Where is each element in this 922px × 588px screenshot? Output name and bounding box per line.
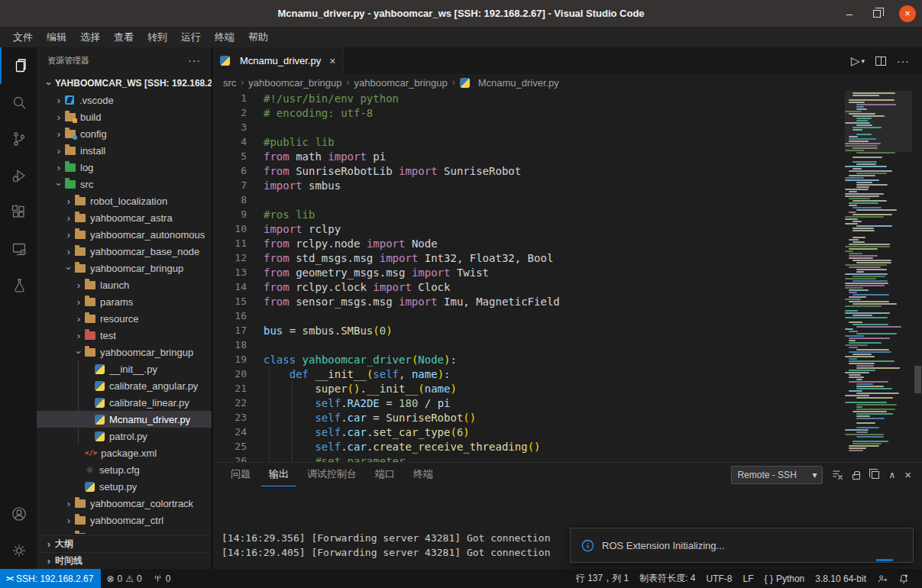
tree-item-src[interactable]: ›src [37, 176, 212, 192]
chevron-right-icon: › [53, 111, 65, 123]
tree-item-mcnamu-driver-py[interactable]: Mcnamu_driver.py [37, 411, 212, 428]
tree-item-label: robot_localization [90, 195, 167, 207]
panel-tab-item[interactable]: 问题 [223, 463, 258, 486]
folder-icon [75, 214, 86, 222]
tab-mcnamu-driver[interactable]: Mcnamu_driver.py × [212, 47, 344, 74]
breadcrumb-item-mcnamu-driver-py[interactable]: Mcnamu_driver.py [460, 77, 559, 89]
tree-item-setup-cfg[interactable]: setup.cfg [37, 461, 212, 478]
restore-icon[interactable] [873, 10, 881, 18]
tree-item-calibrate-angular-py[interactable]: calibrate_angular.py [37, 377, 212, 394]
remote-indicator[interactable]: >< SSH: 192.168.2.67 [0, 569, 101, 588]
activity-testing[interactable] [0, 267, 37, 304]
python-icon [95, 364, 105, 374]
status-eol[interactable]: LF [738, 569, 759, 588]
activity-run-debug[interactable] [0, 157, 37, 194]
panel-tab-item[interactable]: 调试控制台 [299, 463, 364, 486]
chevron-up-icon[interactable]: ∧ [888, 470, 895, 480]
breadcrumb-item-yahboomcar-bringup[interactable]: yahboomcar_bringup [248, 77, 341, 89]
activity-search[interactable] [0, 84, 37, 121]
close-icon[interactable]: × [904, 468, 911, 481]
chevron-down-icon: ▾ [812, 470, 817, 480]
tree-item-yahboomcar-base-node[interactable]: ›yahboomcar_base_node [37, 243, 212, 260]
menu-item-0[interactable]: 文件 [6, 27, 40, 47]
tree-item-vscode[interactable]: ›.vscode [37, 92, 212, 108]
tree-item-setup-py[interactable]: setup.py [37, 478, 212, 495]
tree-item-label: YAHBOOMCAR_WS [SSH: 192.168.2.67] [55, 78, 212, 89]
tree-item-install[interactable]: ›install [37, 142, 212, 159]
open-in-editor-icon[interactable] [872, 471, 879, 479]
tree-item-label: yahboomcar_astra [90, 212, 173, 224]
activity-explorer[interactable] [0, 47, 37, 84]
tree-item-package-xml[interactable]: </>package.xml [37, 444, 212, 461]
tree-item-test[interactable]: ›test [37, 327, 212, 344]
python-icon [220, 56, 230, 66]
status-encoding[interactable]: UTF-8 [701, 569, 738, 588]
menu-item-6[interactable]: 终端 [208, 27, 241, 47]
output-channel-select[interactable]: Remote - SSH▾ [731, 466, 823, 484]
panel-tab-item[interactable]: 端口 [367, 463, 403, 486]
activity-extensions[interactable] [0, 194, 37, 231]
code-editor[interactable]: 1#!/usr/bin/env python2# encoding: utf-8… [212, 91, 922, 462]
tree-item-params[interactable]: ›params [37, 293, 212, 310]
bell-icon[interactable] [893, 569, 914, 588]
ports-indicator[interactable]: 0 [147, 569, 176, 588]
tree-item-log[interactable]: ›log [37, 159, 212, 176]
scrollbar-thumb[interactable] [914, 366, 921, 393]
menu-item-3[interactable]: 查看 [107, 27, 141, 47]
menu-item-5[interactable]: 运行 [174, 27, 208, 47]
tree-item-config[interactable]: ›config [37, 125, 212, 142]
tree-item-build[interactable]: ›build [37, 108, 212, 125]
status-language-mode[interactable]: { }Python [759, 569, 810, 588]
tree-item-yahboomcar-bringup[interactable]: ›yahboomcar_bringup [37, 344, 212, 360]
activity-remote-explorer[interactable] [0, 231, 37, 267]
tab-close-icon[interactable]: × [329, 55, 335, 67]
notification-toast[interactable]: ROS Extension Initializing... [570, 528, 914, 563]
activity-settings[interactable] [0, 532, 37, 569]
panel-tab-item[interactable]: 输出 [261, 463, 296, 486]
tree-item-yahboomcar-autonomous[interactable]: ›yahboomcar_autonomous [37, 226, 212, 243]
status-python-interpreter[interactable]: 3.8.10 64-bit [810, 569, 872, 588]
tree-item-yahboomcar-colortrack[interactable]: ›yahboomcar_colortrack [37, 495, 212, 512]
tree-item-yahboomcar-astra[interactable]: ›yahboomcar_astra [37, 209, 212, 226]
problems-indicator[interactable]: ⊗ 0 ⚠ 0 [101, 569, 147, 588]
menu-item-7[interactable]: 帮助 [241, 27, 275, 47]
tree-item-yahboomcar-ctrl[interactable]: ›yahboomcar_ctrl [37, 512, 212, 528]
file-tree: ›YAHBOOMCAR_WS [SSH: 192.168.2.67]›.vsco… [37, 73, 212, 534]
tree-item-yahboomcar-bringup[interactable]: ›yahboomcar_bringup [37, 260, 212, 276]
activity-source-control[interactable] [0, 121, 37, 157]
feedback-icon[interactable] [872, 569, 893, 588]
tree-item-resource[interactable]: ›resource [37, 310, 212, 327]
tree-item-patrol-py[interactable]: patrol.py [37, 428, 212, 444]
sidebar-section-item[interactable]: ›大纲 [37, 535, 212, 552]
tree-item-robot-localization[interactable]: ›robot_localization [37, 192, 212, 209]
status-cursor-position[interactable]: 行 137，列 1 [571, 569, 634, 588]
indent-guide [292, 381, 293, 462]
tree-item-yahboomcar-deeplearning[interactable]: ›yahboomcar_deeplearning [37, 528, 212, 534]
status-indentation[interactable]: 制表符长度: 4 [634, 569, 700, 588]
line-number: 20 [212, 368, 247, 380]
menu-item-1[interactable]: 编辑 [40, 27, 73, 47]
tree-item-yahboomcar-ws-ssh-192-168-2-67[interactable]: ›YAHBOOMCAR_WS [SSH: 192.168.2.67] [37, 75, 212, 92]
lock-icon[interactable] [852, 474, 860, 480]
minimize-icon[interactable]: – [844, 7, 855, 20]
vscode-folder-icon [65, 95, 74, 105]
close-icon[interactable]: × [899, 5, 916, 22]
menu-item-2[interactable]: 选择 [73, 27, 107, 47]
panel-tab-item[interactable]: 终端 [406, 463, 441, 486]
run-button[interactable]: ▷▾ [851, 54, 865, 68]
tree-item-calibrate-linear-py[interactable]: calibrate_linear.py [37, 394, 212, 411]
sidebar-section-item[interactable]: ›时间线 [37, 552, 212, 569]
tree-item-launch[interactable]: ›launch [37, 276, 212, 293]
breadcrumb-item-yahboomcar-bringup[interactable]: yahboomcar_bringup [354, 77, 447, 89]
menu-item-4[interactable]: 转到 [141, 27, 174, 47]
minimap[interactable] [845, 92, 912, 459]
clear-output-icon[interactable] [832, 469, 843, 480]
tree-item-init-py[interactable]: __init__.py [37, 360, 212, 377]
more-actions-icon[interactable]: ··· [188, 54, 201, 66]
chevron-down-icon[interactable]: ▾ [861, 57, 865, 65]
activity-accounts[interactable] [0, 496, 37, 532]
account-icon [10, 505, 28, 523]
more-icon[interactable]: ··· [897, 55, 910, 67]
split-editor-icon[interactable] [875, 57, 886, 66]
breadcrumb-item-src[interactable]: src [223, 77, 236, 89]
